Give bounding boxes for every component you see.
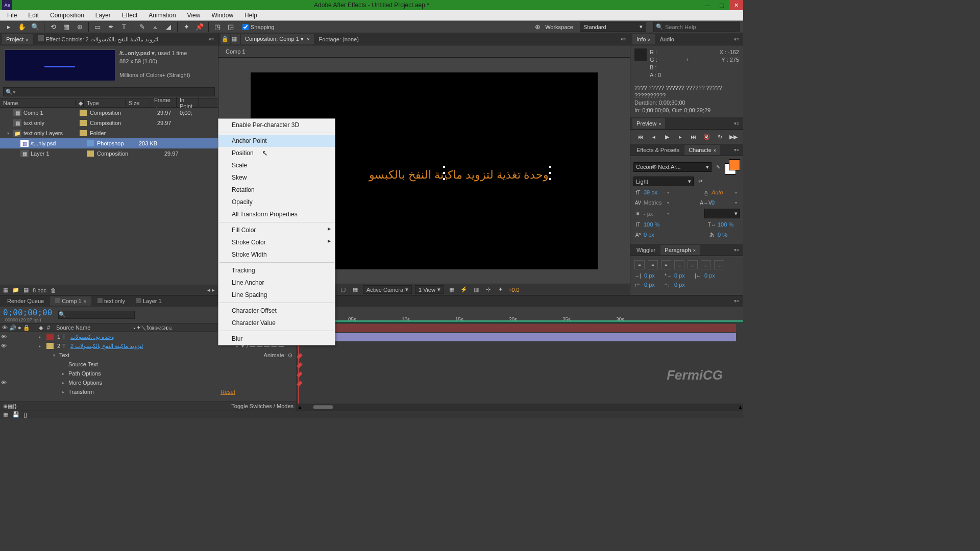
menu-window[interactable]: Window (206, 10, 238, 20)
toggle-switches-button[interactable]: Toggle Switches / Modes (231, 403, 293, 409)
menu-composition[interactable]: Composition (45, 10, 89, 20)
tab-audio[interactable]: Audio (656, 34, 678, 44)
mute-button[interactable]: 🔇 (702, 132, 712, 141)
tab-text-only[interactable]: text only (92, 296, 130, 306)
tab-effects-presets[interactable]: Effects & Presets (632, 145, 683, 155)
zoom-tool[interactable]: 🔍 (30, 21, 41, 33)
font-size-value[interactable]: 39 px (644, 189, 666, 195)
clone-tool[interactable]: ⟁ (150, 21, 161, 33)
project-row[interactable]: ▦ Comp 1 Composition 29.97 0;00; (0, 108, 218, 118)
stroke-style-select[interactable]: ▾ (704, 209, 740, 218)
menu-item[interactable]: Tracking (218, 264, 335, 277)
font-family-select[interactable]: Cocon® Next Ar...▾ (633, 162, 712, 172)
pen-tool[interactable]: ✒ (105, 21, 116, 33)
justify-all-button[interactable]: ≣ (714, 260, 724, 269)
project-search[interactable]: 🔍▾ (3, 87, 215, 96)
comp-icon[interactable]: ▦ (23, 287, 29, 293)
menu-item[interactable]: Rotation (218, 184, 335, 196)
tab-composition[interactable]: Composition: Comp 1 ▾ × (241, 34, 314, 44)
menu-item[interactable]: Enable Per-character 3D (218, 119, 335, 131)
menu-file[interactable]: File (2, 10, 22, 20)
roi-icon[interactable]: ▢ (338, 286, 348, 294)
exposure-value[interactable]: +0.0 (508, 287, 520, 293)
transparency-icon[interactable]: ▦ (351, 286, 360, 294)
align-right-button[interactable]: ≡ (661, 260, 671, 269)
stroke-width-value[interactable]: - px (644, 211, 666, 217)
view-select[interactable]: 1 View▾ (415, 285, 444, 294)
time-ruler[interactable]: 05s 10s 15s 20s 25s 30s (297, 307, 743, 323)
puppet-tool[interactable]: 📌 (194, 21, 205, 33)
canvas-text-layer[interactable]: وحدة تغذية لتزويد ماكينة النفخ بالكبسو (369, 168, 549, 182)
timeline-property-row[interactable]: ▸Path Options (0, 369, 297, 378)
eyedropper-icon[interactable]: ✎ (714, 163, 723, 171)
menu-animation[interactable]: Animation (143, 10, 181, 20)
trash-icon[interactable]: 🗑 (51, 287, 56, 293)
project-row[interactable]: ▧ /t...nly.psd Photoshop 203 KB (0, 138, 218, 148)
project-row[interactable]: ▦ Layer 1 Composition 29.97 (0, 148, 218, 159)
indent-first-value[interactable]: 0 px (674, 272, 692, 279)
menu-item[interactable]: Line Spacing (218, 289, 335, 301)
justify-left-button[interactable]: ≣ (674, 260, 684, 269)
roto-tool[interactable]: ✦ (181, 21, 192, 33)
tracking-value[interactable]: 0 (712, 199, 734, 206)
animate-menu-icon[interactable]: ⊙ (288, 352, 292, 359)
tab-info[interactable]: Info× (632, 34, 655, 44)
menu-effect[interactable]: Effect (117, 10, 142, 20)
timeline-property-row[interactable]: 👁▸More Options (0, 378, 297, 387)
menu-item[interactable]: Fill Color▶ (218, 224, 335, 236)
minimize-button[interactable]: — (700, 0, 715, 10)
menu-layer[interactable]: Layer (90, 10, 116, 20)
swap-colors-icon[interactable]: ⇄ (696, 178, 705, 186)
tab-project[interactable]: Project× (2, 34, 33, 44)
eraser-tool[interactable]: ◢ (163, 21, 174, 33)
menu-help[interactable]: Help (239, 10, 262, 20)
tab-character[interactable]: Characte× (684, 145, 720, 155)
menu-item[interactable]: Scale (218, 159, 335, 171)
timeline-property-row[interactable]: ▾TextAnimate:⊙ (0, 350, 297, 360)
close-icon[interactable]: × (306, 37, 310, 42)
space-after-value[interactable]: 0 px (674, 282, 692, 288)
search-help-input[interactable]: 🔍 Search Help (653, 22, 740, 32)
loop-button[interactable]: ↻ (715, 132, 725, 141)
world-axis-icon[interactable]: ◲ (225, 21, 236, 33)
project-row[interactable]: ▾ 📁 text only Layers Folder (0, 128, 218, 138)
menu-item[interactable]: Opacity (218, 196, 335, 208)
breadcrumb-comp[interactable]: Comp 1 (222, 47, 250, 56)
next-frame-button[interactable]: ▸ (675, 132, 685, 141)
vscale-value[interactable]: 100 % (644, 221, 666, 228)
lock-icon[interactable]: 🔒 (220, 34, 230, 44)
menu-item[interactable]: Skew (218, 171, 335, 184)
toggle-modes-icon[interactable]: ▦ (8, 403, 13, 410)
timecode[interactable]: 0;00;00;00 (3, 308, 52, 317)
local-axis-icon[interactable]: ◳ (212, 21, 223, 33)
menu-item[interactable]: Blur (218, 333, 335, 345)
menu-item[interactable]: All Transform Properties (218, 208, 335, 220)
hand-tool[interactable]: ✋ (16, 21, 28, 33)
baseline-value[interactable]: 0 px (644, 232, 666, 238)
project-row[interactable]: ▦ text only Composition 29.97 (0, 118, 218, 128)
rectangle-tool[interactable]: ▭ (92, 21, 103, 33)
menu-item[interactable]: Anchor Point (218, 135, 335, 147)
timeline-property-row[interactable]: ▸TransformReset (0, 387, 297, 396)
justify-right-button[interactable]: ≣ (701, 260, 711, 269)
hscale-value[interactable]: 100 % (718, 221, 740, 228)
menu-item[interactable]: Character Offset (218, 305, 335, 317)
selection-tool[interactable]: ▸ (3, 21, 14, 33)
first-frame-button[interactable]: ⏮ (635, 132, 646, 141)
tsume-value[interactable]: 0 % (718, 232, 740, 238)
timeline-zoom-scrollbar[interactable]: ▲▲ (297, 404, 743, 411)
camera-tool[interactable]: ▦ (61, 21, 72, 33)
timeline-icon[interactable]: ▥ (472, 286, 481, 294)
tab-render-queue[interactable]: Render Queue (2, 296, 49, 306)
justify-center-button[interactable]: ≣ (688, 260, 698, 269)
panel-menu-icon[interactable]: ▾≡ (732, 36, 741, 43)
interpret-icon[interactable]: ▦ (3, 287, 8, 293)
menu-edit[interactable]: Edit (23, 10, 44, 20)
indent-left-value[interactable]: 0 px (644, 272, 662, 279)
align-left-button[interactable]: ≡ (634, 260, 645, 269)
fast-preview-icon[interactable]: ⚡ (459, 286, 469, 294)
menu-item[interactable]: Character Value (218, 317, 335, 329)
tab-wiggler[interactable]: Wiggler (632, 245, 659, 255)
zoom-thumb[interactable] (313, 405, 333, 409)
brackets-icon[interactable]: {} (13, 403, 16, 409)
